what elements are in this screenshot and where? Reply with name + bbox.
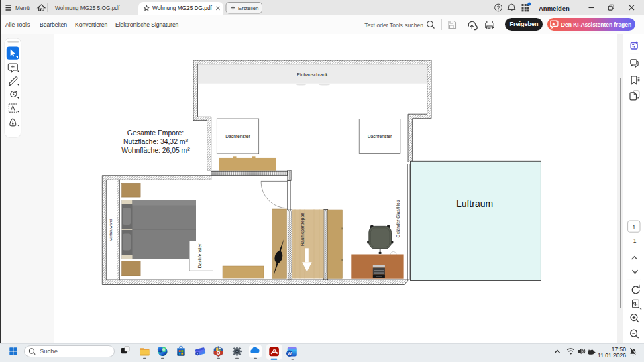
svg-text:Vorbauwand: Vorbauwand [109, 219, 113, 241]
svg-text:Gesamte Empore:: Gesamte Empore: [127, 129, 184, 137]
svg-text:Dachfenster: Dachfenster [368, 134, 392, 139]
svg-text:Dachfenster: Dachfenster [197, 243, 202, 268]
svg-text:Nutzfläche: 34,32 m²: Nutzfläche: 34,32 m² [123, 138, 188, 145]
svg-text:Suche: Suche [40, 347, 58, 355]
svg-text:Wohnfläche: 26,05 m²: Wohnfläche: 26,05 m² [121, 147, 190, 154]
svg-text:11.01.2026: 11.01.2026 [598, 352, 626, 359]
svg-text:1: 1 [632, 224, 635, 231]
svg-text:W: W [288, 351, 292, 356]
svg-text:Einbauschrank: Einbauschrank [297, 72, 328, 77]
svg-text:Geländer Glas/Holz: Geländer Glas/Holz [396, 200, 400, 238]
svg-text:Luftraum: Luftraum [456, 198, 493, 209]
svg-text:1: 1 [633, 237, 637, 244]
svg-text:Raumspartreppe: Raumspartreppe [300, 213, 305, 246]
svg-text:Dachfenster: Dachfenster [225, 134, 250, 139]
